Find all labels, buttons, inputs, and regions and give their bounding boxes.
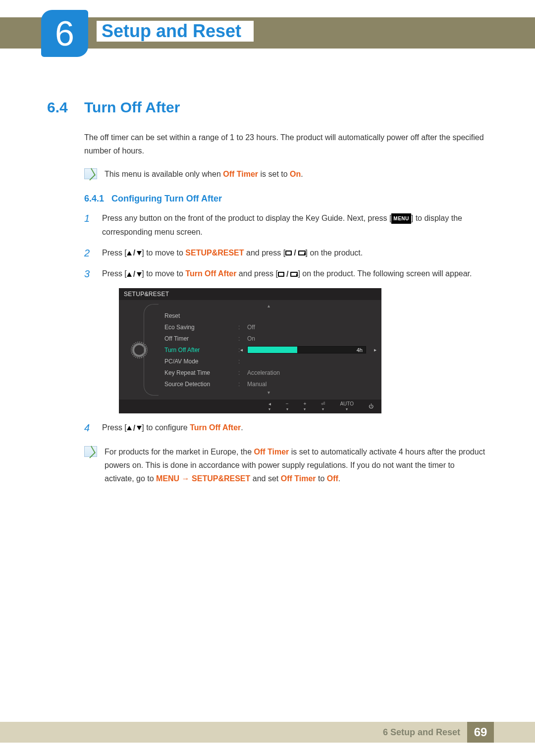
osd-screenshot: SETUP&RESET ▴ Reset Eco Saving:Off Off T… — [119, 288, 381, 413]
note-text: This menu is available only when Off Tim… — [105, 167, 303, 181]
note-off-timer: Off Timer — [223, 170, 258, 178]
note-availability: This menu is available only when Off Tim… — [84, 167, 485, 181]
osd-chevron-up-icon: ▴ — [161, 303, 375, 310]
osd-label: Source Detection — [161, 381, 238, 388]
osd-row-pcav: PC/AV Mode: — [161, 355, 375, 367]
step-text: Press any button on the front of the pro… — [102, 214, 391, 222]
page-content: 6.4Turn Off After The off timer can be s… — [47, 94, 485, 498]
note-text-end: . — [338, 474, 340, 483]
osd-value: Off — [247, 324, 375, 331]
step-2: 2 Press [/] to move to SETUP&RESET and p… — [84, 246, 485, 260]
section-number: 6.4 — [47, 99, 84, 116]
step-text: and press [ — [244, 249, 286, 257]
page-footer: 6 Setup and Reset 69 — [0, 722, 535, 743]
section-title: Turn Off After — [84, 99, 180, 115]
step-target: Turn Off After — [190, 423, 241, 432]
chapter-number: 6 — [55, 14, 74, 53]
step-text: ] to move to — [142, 269, 185, 278]
step-text: Press [ — [102, 249, 127, 257]
osd-value: Acceleration — [247, 369, 375, 376]
subsection-heading: 6.4.1Configuring Turn Off After — [84, 194, 485, 204]
intro-paragraph: The off timer can be set within a range … — [84, 131, 485, 157]
step-text: and press [ — [236, 269, 278, 278]
osd-auto-label: AUTO▾ — [340, 402, 354, 411]
step-target: Turn Off After — [185, 269, 236, 278]
osd-label: Off Timer — [161, 335, 238, 342]
osd-row-reset: Reset — [161, 310, 375, 321]
step-number: 1 — [84, 211, 93, 239]
step-text: ] on the product. — [306, 249, 363, 257]
note-menu: MENU — [156, 474, 179, 483]
step-number: 4 — [84, 421, 93, 435]
osd-minus-icon: −▾ — [286, 402, 289, 411]
step-body: Press [/] to configure Turn Off After. — [102, 421, 485, 435]
osd-value: On — [247, 335, 375, 342]
note-setup: SETUP&RESET — [192, 474, 250, 483]
step-target: SETUP&RESET — [185, 249, 244, 257]
osd-list: ▴ Reset Eco Saving:Off Off Timer:On Turn… — [160, 300, 381, 400]
up-down-icon: / — [127, 246, 142, 260]
note-off: Off — [327, 474, 338, 483]
osd-sidebar — [119, 300, 160, 400]
chapter-title: Setup and Reset — [97, 21, 254, 42]
frame-source-icon: / — [285, 246, 305, 260]
step-text: Press [ — [102, 269, 127, 278]
step-body: Press [/] to move to Turn Off After and … — [102, 267, 485, 281]
note-text-d: to — [316, 474, 327, 483]
step-text: Press [ — [102, 423, 127, 432]
subsection-number: 6.4.1 — [84, 194, 111, 204]
note-off-timer-2: Off Timer — [281, 474, 316, 483]
note-mid: is set to — [258, 170, 290, 178]
note-icon — [84, 168, 97, 179]
osd-title: SETUP&RESET — [119, 288, 381, 300]
osd-label: Key Repeat Time — [161, 369, 238, 376]
note-end: . — [301, 170, 303, 178]
osd-back-icon: ◂▾ — [268, 402, 271, 411]
step-text: ] on the product. The following screen w… — [298, 269, 472, 278]
osd-label: Reset — [161, 312, 238, 319]
subsection-title: Configuring Turn Off After — [111, 194, 222, 203]
osd-row-offtimer: Off Timer:On — [161, 333, 375, 344]
step-4: 4 Press [/] to configure Turn Off After. — [84, 421, 485, 435]
note-off-timer: Off Timer — [254, 448, 289, 456]
osd-enter-icon: ⏎▾ — [321, 402, 325, 411]
note-icon — [84, 446, 97, 457]
note-text: For products for the market in Europe, t… — [105, 445, 485, 486]
osd-row-turn-off-after: Turn Off After:4h▸ — [161, 344, 375, 355]
step-text: ] to move to — [142, 249, 185, 257]
step-number: 3 — [84, 267, 93, 281]
note-pre: This menu is available only when — [105, 170, 223, 178]
step-body: Press any button on the front of the pro… — [102, 211, 485, 239]
osd-chevron-down-icon: ▾ — [161, 390, 375, 397]
up-down-icon: / — [127, 267, 142, 281]
note-on: On — [290, 170, 301, 178]
step-text: ] to configure — [142, 423, 190, 432]
osd-power-icon: ⏻ — [369, 404, 374, 409]
osd-footer: ◂▾ −▾ +▾ ⏎▾ AUTO▾ ⏻ — [119, 400, 381, 413]
footer-label: 6 Setup and Reset — [383, 727, 467, 738]
frame-source-icon: / — [278, 267, 298, 281]
osd-plus-icon: +▾ — [304, 402, 307, 411]
page-number: 69 — [467, 722, 494, 743]
note-text-a: For products for the market in Europe, t… — [105, 448, 254, 456]
note-text-c: and set — [250, 474, 280, 483]
note-arrow: → — [179, 474, 192, 483]
section-heading: 6.4Turn Off After — [47, 99, 485, 116]
osd-slider: 4h▸ — [247, 346, 375, 353]
step-number: 2 — [84, 246, 93, 260]
step-1: 1 Press any button on the front of the p… — [84, 211, 485, 239]
up-down-icon: / — [127, 421, 142, 435]
osd-slider-value: 4h — [357, 347, 363, 354]
osd-label: PC/AV Mode — [161, 358, 238, 365]
osd-row-eco: Eco Saving:Off — [161, 321, 375, 333]
note-eu: For products for the market in Europe, t… — [84, 445, 485, 486]
osd-row-krt: Key Repeat Time:Acceleration — [161, 367, 375, 378]
step-body: Press [/] to move to SETUP&RESET and pre… — [102, 246, 485, 260]
osd-label: Eco Saving — [161, 324, 238, 331]
step-text: . — [241, 423, 243, 432]
chapter-badge: 6 — [41, 10, 88, 57]
osd-value: Manual — [247, 381, 375, 388]
step-3: 3 Press [/] to move to Turn Off After an… — [84, 267, 485, 281]
osd-row-srcd: Source Detection:Manual — [161, 378, 375, 390]
menu-key-icon: MENU — [391, 213, 411, 224]
